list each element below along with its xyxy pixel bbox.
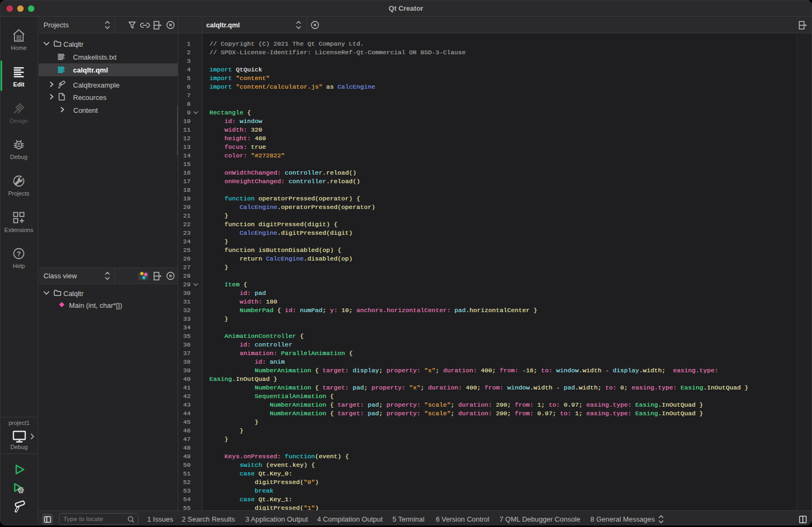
svg-text:?: ? — [17, 250, 21, 258]
